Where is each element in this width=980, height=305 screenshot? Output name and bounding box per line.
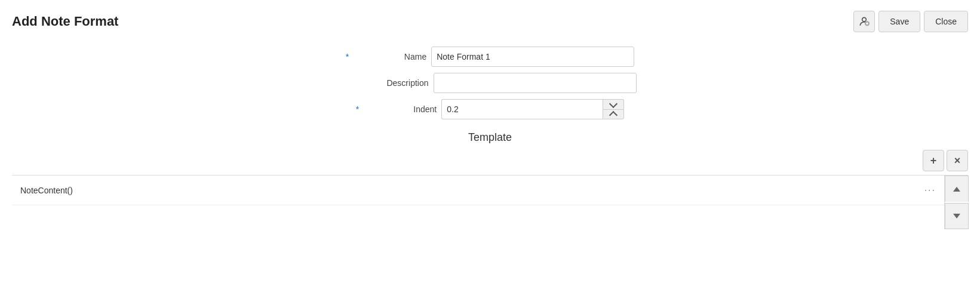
header: Add Note Format Save Close (12, 11, 968, 32)
template-rows: NoteContent() ··· (12, 175, 944, 229)
description-label: Description (357, 78, 429, 88)
arrow-down-icon (953, 214, 960, 218)
arrow-up-icon (953, 187, 960, 192)
move-down-button[interactable] (945, 203, 969, 229)
clear-template-button[interactable]: × (947, 150, 968, 171)
ellipsis-menu-icon[interactable]: ··· (924, 185, 936, 196)
template-row-content: NoteContent() (20, 186, 73, 195)
indent-up-button[interactable] (603, 109, 624, 119)
template-list-container: NoteContent() ··· (12, 175, 968, 229)
description-row: Description (344, 73, 637, 93)
indent-label: Indent (365, 104, 437, 114)
indent-row: * Indent (356, 99, 624, 119)
name-label: Name (355, 52, 426, 61)
indent-wrapper (441, 99, 624, 119)
svg-point-0 (862, 17, 867, 21)
template-toolbar: + × (12, 150, 968, 171)
name-required-star: * (346, 52, 349, 61)
page-container: Add Note Format Save Close * Name (0, 0, 980, 305)
form-section: * Name Description * Indent (12, 47, 968, 119)
close-button[interactable]: Close (924, 11, 968, 32)
save-button[interactable]: Save (878, 11, 920, 32)
indent-down-button[interactable] (603, 99, 624, 109)
spinner-buttons (603, 99, 624, 119)
name-row: * Name (346, 47, 634, 67)
table-row: NoteContent() ··· (12, 175, 944, 205)
user-icon (858, 16, 870, 27)
user-icon-button[interactable] (853, 11, 875, 32)
name-input[interactable] (431, 47, 634, 67)
template-title: Template (12, 131, 968, 144)
times-icon: × (954, 155, 961, 167)
plus-icon: + (930, 155, 937, 167)
indent-input[interactable] (441, 99, 603, 119)
chevron-up-icon (609, 111, 618, 119)
chevron-down-icon (609, 99, 618, 107)
indent-required-star: * (356, 104, 359, 114)
description-input[interactable] (434, 73, 637, 93)
template-row-actions (944, 175, 968, 229)
add-template-row-button[interactable]: + (923, 150, 944, 171)
page-title: Add Note Format (12, 14, 118, 29)
move-up-button[interactable] (945, 175, 969, 202)
template-section: Template + × NoteContent() ··· (12, 131, 968, 229)
header-buttons: Save Close (853, 11, 968, 32)
